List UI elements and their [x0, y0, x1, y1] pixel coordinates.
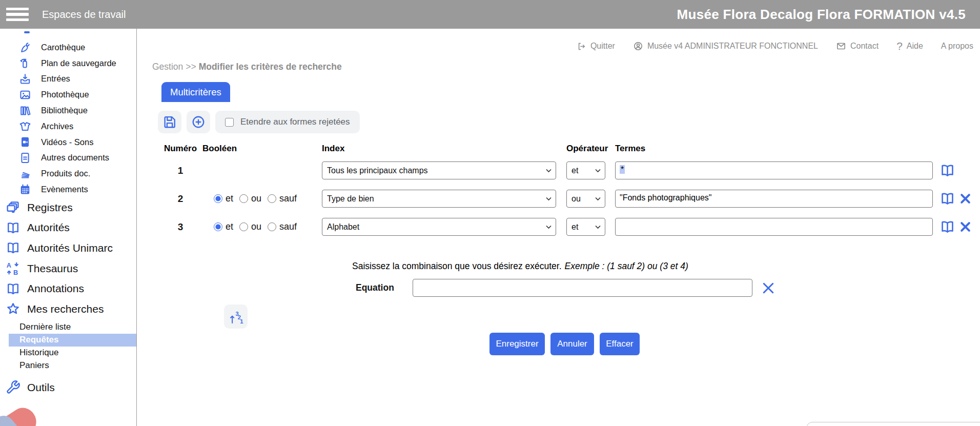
- sidebar-item-thesaurus[interactable]: AB Thesaurus: [0, 258, 136, 279]
- open-index-list-button[interactable]: [940, 163, 955, 178]
- terms-cell-row1: *: [615, 161, 940, 179]
- breadcrumb: Gestion >>Modifier les critères de reche…: [152, 62, 342, 72]
- open-box-icon: [19, 120, 31, 132]
- open-book-icon: [940, 163, 955, 178]
- sort-numeric-icon: 321: [228, 309, 243, 324]
- extend-rejected-forms-checkbox[interactable]: [225, 118, 234, 127]
- boolean-et-radio-row3[interactable]: et: [214, 221, 233, 232]
- svg-text:A: A: [7, 262, 11, 269]
- open-book-icon: [940, 219, 955, 235]
- sidebar-item-carotheque[interactable]: Carothèque: [0, 39, 136, 55]
- plus-circle-icon: [191, 115, 206, 129]
- boolean-ou-radio-row3[interactable]: ou: [239, 221, 261, 232]
- about-link[interactable]: A propos: [941, 42, 973, 51]
- sidebar-item-plan-de-sauvegarde[interactable]: Plan de sauvegarde: [0, 55, 136, 71]
- question-mark-icon: ?: [896, 40, 903, 52]
- boolean-cell-row3: et ou sauf: [199, 218, 322, 236]
- operator-cell-row2: ou: [566, 190, 615, 208]
- x-icon: [958, 192, 972, 206]
- delete-row-button[interactable]: [958, 220, 972, 234]
- operator-select-row2[interactable]: ou: [566, 190, 605, 208]
- hamburger-menu-icon[interactable]: [6, 5, 29, 24]
- sidebar-item-mes-recherches[interactable]: Mes recherches: [0, 299, 136, 319]
- index-select-row2[interactable]: Type de bien: [322, 190, 556, 208]
- contact-link[interactable]: Contact: [836, 41, 879, 51]
- save-button[interactable]: Enregistrer: [489, 333, 545, 355]
- save-query-button[interactable]: [158, 111, 181, 133]
- clear-button[interactable]: Effacer: [600, 333, 640, 355]
- index-select-row1[interactable]: Tous les principaux champs: [322, 161, 556, 179]
- x-icon: [761, 280, 776, 296]
- svg-text:B: B: [13, 269, 18, 276]
- calendar-icon: [19, 184, 31, 196]
- boolean-ou-radio-row2[interactable]: ou: [239, 193, 261, 204]
- boolean-et-radio-row2[interactable]: et: [214, 193, 233, 204]
- row1-actions: [940, 161, 980, 179]
- sidebar-subitem-requetes[interactable]: Requêtes: [9, 334, 136, 347]
- help-link[interactable]: ? Aide: [896, 40, 923, 52]
- wrench-icon: [6, 380, 21, 395]
- numeric-sort-button[interactable]: 321: [224, 305, 248, 329]
- inbox-download-icon: [19, 73, 31, 85]
- sidebar-item-phototheque[interactable]: Photothèque: [0, 87, 136, 103]
- sidebar: Carothèque Plan de sauvegarde Entrées: [0, 29, 137, 426]
- combination-hint: Saisissez la combinaison que vous désire…: [352, 261, 688, 272]
- column-header-numero: Numéro: [164, 144, 197, 154]
- open-index-list-button[interactable]: [940, 191, 955, 207]
- add-criterion-button[interactable]: [187, 111, 210, 133]
- terms-input-row3[interactable]: [615, 218, 933, 236]
- open-book-icon: [6, 281, 21, 296]
- app-title: Musée Flora Decalog Flora FORMATION v4.5: [677, 7, 966, 23]
- cancel-button[interactable]: Annuler: [550, 333, 594, 355]
- user-account[interactable]: Musée v4 ADMINISTRATEUR FONCTIONNEL: [633, 41, 818, 51]
- sort-alpha-icon: AB: [6, 261, 21, 276]
- sidebar-item-bibliotheque[interactable]: Bibliothèque: [0, 103, 136, 118]
- open-index-list-button[interactable]: [940, 219, 955, 235]
- svg-text:1: 1: [240, 318, 243, 324]
- index-cell-row2: Type de bien: [322, 190, 566, 208]
- terms-input-row1[interactable]: *: [615, 161, 933, 179]
- clear-equation-button[interactable]: [761, 280, 776, 296]
- column-header-operateur: Opérateur: [566, 144, 615, 154]
- criteria-table: Numéro Booléen Index Opérateur Termes 1 …: [162, 144, 980, 246]
- equation-label: Equation: [356, 282, 397, 293]
- equation-input[interactable]: [413, 279, 752, 297]
- column-header-index: Index: [322, 144, 566, 154]
- carrot-icon: [19, 41, 31, 53]
- operator-select-row1[interactable]: et: [566, 161, 605, 179]
- sidebar-item-produits-doc[interactable]: Produits doc.: [0, 166, 136, 181]
- top-bar: Espaces de travail Musée Flora Decalog F…: [0, 0, 980, 29]
- sidebar-item-archives[interactable]: Archives: [0, 118, 136, 134]
- delete-row-button[interactable]: [958, 192, 972, 206]
- save-icon: [162, 115, 177, 129]
- sidebar-subitem-historique[interactable]: Historique: [0, 347, 136, 359]
- terms-input-row2[interactable]: "Fonds photographiques": [615, 190, 933, 208]
- document-icon: [19, 152, 31, 164]
- sidebar-item-annotations[interactable]: Annotations: [0, 278, 136, 299]
- tab-multicriteres[interactable]: Multicritères: [161, 82, 230, 102]
- open-book-icon: [6, 220, 21, 235]
- books-icon: [19, 105, 31, 117]
- sidebar-item-evenements[interactable]: Evènements: [0, 181, 136, 197]
- sidebar-item-entrees[interactable]: Entrées: [0, 71, 136, 87]
- boolean-sauf-radio-row2[interactable]: sauf: [268, 193, 297, 204]
- index-cell-row1: Tous les principaux champs: [322, 161, 566, 179]
- column-header-booleen: Booléen: [199, 144, 322, 154]
- index-select-row3[interactable]: Alphabet: [322, 218, 556, 236]
- sidebar-item-autorites-unimarc[interactable]: Autorités Unimarc: [0, 238, 136, 258]
- row2-actions: [940, 190, 980, 208]
- sidebar-subitem-derniere-liste[interactable]: Dernière liste: [0, 321, 136, 334]
- sidebar-subitem-paniers[interactable]: Paniers: [0, 359, 136, 372]
- sidebar-item-registres[interactable]: Registres: [0, 197, 136, 218]
- sidebar-item-autorites[interactable]: Autorités: [0, 218, 136, 238]
- video-file-icon: [19, 136, 31, 148]
- quit-link[interactable]: Quitter: [577, 42, 615, 51]
- toolbar: Etendre aux formes rejetées: [158, 111, 360, 133]
- boolean-sauf-radio-row3[interactable]: sauf: [268, 221, 297, 232]
- sidebar-item-videos-sons[interactable]: Vidéos - Sons: [0, 134, 136, 150]
- operator-select-row3[interactable]: et: [566, 218, 605, 236]
- workspace-label: Espaces de travail: [42, 9, 126, 21]
- row-number: 3: [178, 218, 183, 236]
- sidebar-item-autres-documents[interactable]: Autres documents: [0, 150, 136, 166]
- sidebar-item-outils[interactable]: Outils: [0, 376, 136, 399]
